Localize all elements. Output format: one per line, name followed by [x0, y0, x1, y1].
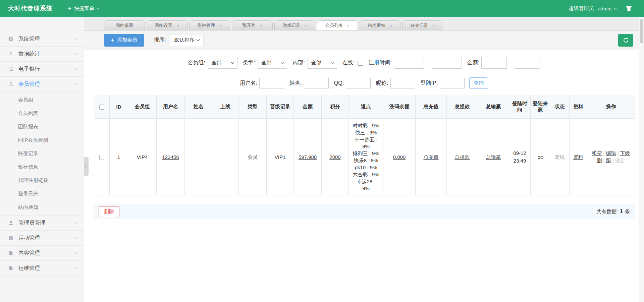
- sidebar-item-statistics[interactable]: 数据统计: [0, 47, 84, 62]
- search-button[interactable]: 查询: [469, 77, 488, 89]
- sidebar-item-activities[interactable]: 活动管理: [0, 231, 84, 246]
- close-icon[interactable]: ×: [260, 23, 262, 28]
- sidebar-subitem-site-notice[interactable]: 站内通知: [0, 200, 84, 214]
- delete-link[interactable]: 删: [597, 158, 602, 163]
- type-select[interactable]: 全部: [258, 57, 287, 69]
- chevron-down-icon: [74, 221, 77, 224]
- sidebar-item-members[interactable]: 会员管理: [0, 77, 84, 92]
- group-select-value: 全部: [212, 60, 222, 66]
- sidebar-item-label: 系统管理: [18, 36, 74, 43]
- refresh-button[interactable]: [618, 34, 633, 47]
- sidebar-item-system[interactable]: 系统管理: [0, 32, 84, 47]
- table-row: 1 VIP4 123456 会员 VIP1 597.980 2000 时时彩 :…: [94, 119, 635, 195]
- rebate-item: 幸运28 : 9%: [350, 178, 382, 192]
- sort-label: 排序:: [154, 37, 166, 44]
- group-select[interactable]: 全部: [208, 57, 237, 69]
- header-wash-balance: 洗码余额: [383, 95, 416, 119]
- total-withdraw-link[interactable]: 总提款: [455, 154, 470, 160]
- sidebar-subitem-same-ip-check[interactable]: 同IP会员检测: [0, 133, 84, 147]
- delete-button[interactable]: 删除: [99, 206, 119, 217]
- quick-menu-button[interactable]: + 快捷菜单: [68, 5, 99, 12]
- sidebar-item-label: 运维管理: [18, 265, 74, 272]
- add-member-label: 添加会员: [117, 37, 137, 43]
- sidebar-subitem-account-change-log[interactable]: 账变记录: [0, 147, 84, 160]
- total-winloss-link[interactable]: 总输赢: [486, 154, 501, 160]
- online-filter-label: 在线:: [342, 59, 355, 66]
- sidebar-subitem-login-log[interactable]: 登录日志: [0, 187, 84, 200]
- sidebar-item-operations[interactable]: 运维管理: [0, 261, 84, 276]
- tab-pre-draw[interactable]: 预开奖 ×: [232, 20, 273, 30]
- chevron-down-icon: [614, 6, 617, 9]
- topbar-right: 超级管理员 admin: [569, 5, 636, 12]
- amount-max-input[interactable]: [515, 57, 540, 69]
- action-separator: |: [618, 150, 619, 156]
- sidebar-item-ebank[interactable]: 电子银行: [0, 62, 84, 77]
- tab-lottery-management[interactable]: 彩种管理 ×: [189, 20, 230, 30]
- cell-total-withdraw: 总提款: [447, 119, 478, 195]
- cell-login-time: 09-12 23:49: [509, 119, 531, 195]
- sort-select[interactable]: 默认排序: [170, 34, 204, 46]
- close-icon[interactable]: ×: [432, 23, 435, 28]
- username-link[interactable]: 123456: [162, 154, 179, 160]
- sidebar-collapse-handle[interactable]: [84, 157, 89, 176]
- amount-min-input[interactable]: [481, 57, 507, 69]
- sidebar-subitem-team-report[interactable]: 团队报表: [0, 120, 84, 133]
- close-icon[interactable]: ×: [390, 23, 392, 28]
- add-member-button[interactable]: + 添加会员: [104, 34, 144, 47]
- close-icon[interactable]: ×: [347, 23, 350, 28]
- username-input[interactable]: [259, 78, 284, 88]
- action-separator: |: [603, 150, 605, 156]
- chevron-down-icon: [281, 60, 284, 64]
- internal-select[interactable]: 全部: [308, 57, 337, 69]
- filter-row-1: 会员组: 全部 类型: 全部 内部: 全部 在线: 注册时间: - 金额:: [84, 57, 644, 69]
- regtime-end-input[interactable]: [432, 57, 462, 69]
- header-status: 状态: [550, 95, 570, 119]
- total-deposit-link[interactable]: 总充值: [424, 154, 439, 160]
- close-icon[interactable]: ×: [305, 23, 307, 28]
- online-checkbox[interactable]: [358, 60, 363, 66]
- tab-game-records[interactable]: 游戏记录 ×: [274, 20, 315, 30]
- name-input[interactable]: [304, 78, 329, 88]
- name-filter-label: 姓名:: [289, 80, 302, 87]
- account-change-link[interactable]: 帐变: [592, 150, 602, 156]
- sidebar-item-content[interactable]: 内容管理: [0, 246, 84, 261]
- close-icon[interactable]: ×: [177, 23, 179, 28]
- tab-site-notice[interactable]: 站内通知 ×: [360, 20, 400, 30]
- theme-shirt-icon[interactable]: [625, 5, 633, 12]
- chevron-down-icon: [330, 60, 334, 64]
- profile-link[interactable]: 资料: [573, 154, 583, 160]
- kick-link[interactable]: 踢: [606, 158, 611, 163]
- close-icon[interactable]: ×: [219, 23, 222, 28]
- regtime-start-input[interactable]: [394, 57, 424, 69]
- qq-input[interactable]: [346, 78, 371, 88]
- points-link[interactable]: 2000: [329, 154, 340, 160]
- row-checkbox[interactable]: [99, 155, 104, 160]
- amount-link[interactable]: 597.980: [299, 154, 317, 160]
- tab-account-change-log[interactable]: 账变记录 ×: [402, 20, 443, 30]
- sidebar-item-admins[interactable]: 管理员管理: [0, 216, 84, 231]
- app-title: 大时代管理系统: [8, 4, 53, 12]
- gear-icon: [7, 36, 14, 42]
- tab-member-list[interactable]: 会员列表 ×: [317, 20, 358, 30]
- sidebar-subitem-member-groups[interactable]: 会员组: [0, 93, 84, 107]
- ordered-list-icon: [7, 66, 14, 72]
- wash-balance-link[interactable]: 0.000: [393, 154, 406, 160]
- sidebar-subitem-member-list[interactable]: 会员列表: [0, 107, 84, 120]
- loginip-input[interactable]: [440, 78, 465, 88]
- sidebar-subitem-agent-register-link[interactable]: 代理注册链接: [0, 174, 84, 187]
- nickname-input[interactable]: [390, 78, 415, 88]
- tab-system-settings[interactable]: 系统设置 ×: [147, 20, 187, 30]
- tab-label: 我的桌面: [116, 22, 133, 28]
- tab-label: 站内通知: [368, 22, 385, 28]
- sidebar-subitem-bank-info[interactable]: 银行信息: [0, 160, 84, 174]
- select-all-checkbox[interactable]: [99, 105, 104, 110]
- internal-filter-label: 内部:: [292, 59, 305, 66]
- lock-link[interactable]: 锁定: [615, 158, 625, 163]
- user-menu[interactable]: admin: [598, 6, 616, 11]
- plus-icon: +: [68, 5, 71, 12]
- tab-my-desktop[interactable]: 我的桌面: [104, 20, 145, 30]
- edit-link[interactable]: 编辑: [606, 150, 616, 156]
- subordinate-link[interactable]: 下级: [620, 150, 630, 156]
- scrollbar-thumb[interactable]: [640, 19, 643, 43]
- scrollbar-track[interactable]: [639, 17, 644, 302]
